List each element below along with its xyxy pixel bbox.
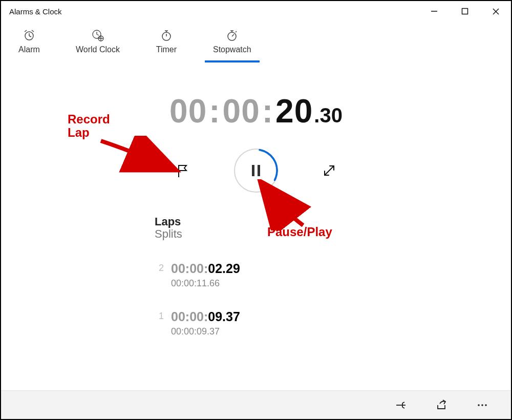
time-minutes: 00 <box>223 92 260 130</box>
lap-row: 2 00:00:02.29 00:00:11.66 <box>155 261 349 289</box>
tab-label: Timer <box>156 45 177 54</box>
lap-time-bold: 09.37 <box>208 309 240 324</box>
tab-label: World Clock <box>76 45 120 54</box>
expand-button[interactable] <box>319 160 339 181</box>
app-window: Alarms & Clock Alarm World Clock <box>0 0 512 420</box>
progress-arc-icon <box>234 149 278 193</box>
stopwatch-icon <box>225 29 239 42</box>
svg-line-7 <box>25 30 27 32</box>
more-button[interactable] <box>472 395 493 415</box>
tab-world-clock[interactable]: World Clock <box>68 26 128 61</box>
window-close-button[interactable] <box>480 1 511 22</box>
pin-icon <box>394 399 407 411</box>
svg-line-11 <box>97 34 99 35</box>
alarm-icon <box>23 29 36 42</box>
svg-line-6 <box>29 36 31 37</box>
expand-icon <box>322 163 336 178</box>
splits-heading: Splits <box>155 227 349 241</box>
tab-label: Alarm <box>18 45 40 54</box>
time-colon: : <box>260 92 275 130</box>
lap-time: 00:00:02.29 <box>171 261 240 276</box>
stopwatch-controls <box>173 149 339 193</box>
annotation-text: Lap <box>68 125 90 139</box>
title-bar: Alarms & Clock <box>1 1 511 22</box>
svg-point-28 <box>481 404 483 406</box>
pin-button[interactable] <box>390 395 411 415</box>
annotation-record-lap: Record Lap <box>68 113 110 140</box>
svg-rect-1 <box>462 9 468 14</box>
pause-play-button[interactable] <box>234 149 278 193</box>
time-subseconds: .30 <box>314 104 343 127</box>
window-minimize-button[interactable] <box>419 1 450 22</box>
split-time: 00:00:11.66 <box>171 278 240 289</box>
maximize-icon <box>461 8 468 15</box>
time-hours: 00 <box>169 92 207 130</box>
time-colon: : <box>207 92 222 130</box>
ellipsis-icon <box>476 399 488 411</box>
svg-line-8 <box>32 30 34 32</box>
timer-icon <box>160 29 173 42</box>
share-icon <box>435 399 447 411</box>
annotation-text: Record <box>68 112 110 126</box>
svg-line-21 <box>236 31 237 32</box>
tab-alarm[interactable]: Alarm <box>6 26 52 61</box>
svg-line-18 <box>232 34 234 36</box>
annotation-arrow-icon <box>96 136 183 179</box>
laps-section: Laps Splits 2 00:00:02.29 00:00:11.66 1 … <box>155 215 349 337</box>
share-button[interactable] <box>431 395 452 415</box>
tab-bar: Alarm World Clock Timer Stopwatch <box>1 22 511 61</box>
lap-time-dim: 00:00: <box>171 309 208 324</box>
laps-heading: Laps <box>155 215 349 228</box>
stopwatch-time: 00 : 00 : 20 .30 <box>169 92 343 130</box>
window-controls <box>419 1 511 22</box>
window-title: Alarms & Clock <box>9 7 62 16</box>
svg-point-23 <box>234 149 278 193</box>
svg-line-26 <box>325 166 334 175</box>
lap-index: 2 <box>155 261 164 274</box>
app-command-bar <box>1 390 511 419</box>
tab-timer[interactable]: Timer <box>143 26 189 61</box>
lap-time: 00:00:09.37 <box>171 309 240 324</box>
world-clock-icon <box>91 29 104 42</box>
lap-index: 1 <box>155 309 164 322</box>
lap-row: 1 00:00:09.37 00:00:09.37 <box>155 309 349 337</box>
lap-button[interactable] <box>173 160 193 181</box>
time-seconds: 20 <box>275 92 313 130</box>
svg-point-29 <box>485 404 487 406</box>
tab-label: Stopwatch <box>213 45 251 54</box>
minimize-icon <box>431 8 438 15</box>
lap-time-bold: 02.29 <box>208 261 240 276</box>
close-icon <box>492 8 500 15</box>
flag-icon <box>175 163 190 178</box>
lap-time-dim: 00:00: <box>171 261 208 276</box>
window-maximize-button[interactable] <box>450 1 480 22</box>
stopwatch-panel: 00 : 00 : 20 .30 <box>1 61 511 389</box>
svg-point-27 <box>478 404 480 406</box>
split-time: 00:00:09.37 <box>171 326 240 337</box>
tab-stopwatch[interactable]: Stopwatch <box>205 26 260 61</box>
